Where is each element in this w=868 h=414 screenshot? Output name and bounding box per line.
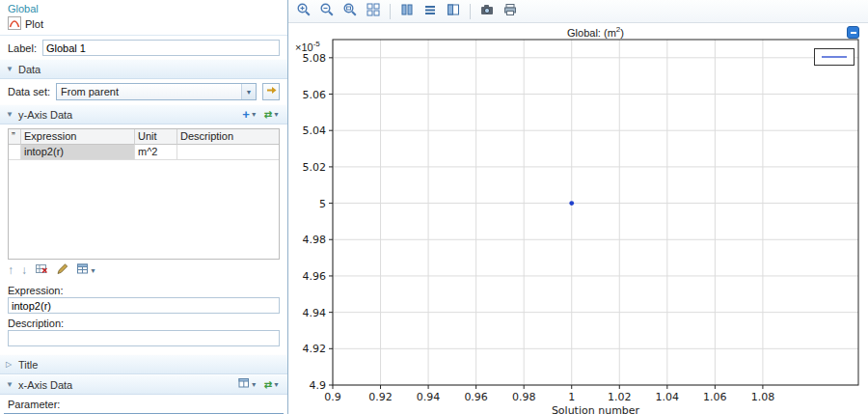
dropdown-arrow-icon: ▼ <box>90 267 96 274</box>
svg-text:0.94: 0.94 <box>417 391 441 403</box>
table-cell-marker[interactable] <box>9 145 21 160</box>
section-xaxis-header[interactable]: ▼ x-Axis Data ▼ ⇄ ▼ <box>0 374 287 395</box>
plot-button[interactable]: Plot <box>8 15 43 34</box>
description-caption: Description: <box>0 314 287 330</box>
collapse-triangle-icon: ▼ <box>6 380 14 389</box>
dataset-value: From parent <box>57 85 241 98</box>
graphics-toolbar <box>288 0 868 23</box>
dataset-source-button[interactable] <box>262 83 280 100</box>
settings-panel: Global Plot Label: ▼ Data Data set: From… <box>0 0 288 414</box>
section-xaxis-title: x-Axis Data <box>18 379 232 391</box>
replace-icon: ⇄ <box>264 110 272 120</box>
svg-text:1: 1 <box>568 391 575 403</box>
zoom-box-button[interactable] <box>340 2 360 21</box>
svg-text:Solution number: Solution number <box>552 404 640 414</box>
section-title-title: Title <box>18 359 282 371</box>
zoom-out-icon <box>319 2 335 20</box>
table-cell-unit[interactable]: m^2 <box>135 145 177 160</box>
label-input[interactable] <box>42 40 280 56</box>
zoom-in-icon <box>296 2 312 20</box>
edit-expression-button[interactable] <box>56 262 68 278</box>
svg-text:0.96: 0.96 <box>464 391 488 403</box>
collapse-triangle-icon: ▼ <box>6 110 14 119</box>
columns-view-icon <box>399 2 415 20</box>
zoom-out-button[interactable] <box>317 2 337 21</box>
plot-button-label: Plot <box>25 18 43 30</box>
split-view-icon <box>446 2 461 20</box>
node-title: Global <box>8 3 280 15</box>
settings-header: Global Plot <box>0 0 287 36</box>
toolbar-separator <box>470 4 471 19</box>
table-icon <box>238 377 250 392</box>
table-toolbar: ↑ ↓ ▼ <box>0 260 287 281</box>
table-cell-description[interactable] <box>177 145 279 160</box>
yaxis-header-buttons: + ▼ ⇄ ▼ <box>240 110 282 120</box>
delete-row-button[interactable] <box>35 262 48 278</box>
image-snapshot-button[interactable] <box>477 2 497 21</box>
replace-icon: ⇄ <box>264 380 272 390</box>
collapse-triangle-icon: ▼ <box>6 65 14 73</box>
svg-text:5.02: 5.02 <box>303 161 327 174</box>
dataset-combobox[interactable]: From parent ▼ <box>56 83 257 100</box>
dataset-caption: Data set: <box>8 86 50 97</box>
graphics-context-button[interactable] <box>847 26 859 39</box>
svg-text:0.92: 0.92 <box>368 391 393 403</box>
add-expression-button[interactable]: + ▼ <box>240 110 259 120</box>
svg-text:1.06: 1.06 <box>703 391 727 403</box>
label-caption: Label: <box>8 42 37 54</box>
move-down-button[interactable]: ↓ <box>21 264 27 276</box>
svg-text:4.9: 4.9 <box>310 379 327 392</box>
table-row[interactable]: intop2(r) m^2 <box>9 145 279 160</box>
dataset-row: Data set: From parent ▼ <box>0 79 287 104</box>
table-menu-button[interactable]: ▼ <box>76 262 96 278</box>
svg-text:4.96: 4.96 <box>303 270 327 283</box>
zoom-in-button[interactable] <box>294 2 313 21</box>
svg-text:1.02: 1.02 <box>608 391 632 403</box>
collapse-triangle-icon: ▷ <box>6 360 14 369</box>
table-icon <box>76 262 89 278</box>
camera-icon <box>479 2 495 20</box>
xaxis-replace-button[interactable]: ⇄ ▼ <box>262 380 282 390</box>
zoom-extents-button[interactable] <box>364 2 383 21</box>
expression-table[interactable]: ” Expression Unit Description intop2(r) … <box>8 128 280 260</box>
printer-icon <box>502 2 518 20</box>
svg-text:1.08: 1.08 <box>751 391 775 403</box>
table-header-marker: ” <box>9 129 21 145</box>
list-view-icon <box>422 2 438 20</box>
section-yaxis-header[interactable]: ▼ y-Axis Data + ▼ ⇄ ▼ <box>0 104 287 124</box>
columns-view-button[interactable] <box>397 2 417 21</box>
list-view-button[interactable] <box>420 2 440 21</box>
section-data-header[interactable]: ▼ Data <box>0 59 287 79</box>
print-button[interactable] <box>501 2 520 21</box>
plus-icon: + <box>242 110 250 120</box>
delete-table-icon <box>35 262 48 278</box>
up-arrow-icon: ↑ <box>8 264 14 276</box>
svg-text:4.98: 4.98 <box>303 234 327 246</box>
xaxis-table-button[interactable]: ▼ <box>236 377 259 392</box>
replace-expression-button[interactable]: ⇄ ▼ <box>262 110 282 120</box>
go-to-source-icon <box>265 84 278 99</box>
section-title-header[interactable]: ▷ Title <box>0 354 287 374</box>
table-cell-expression[interactable]: intop2(r) <box>21 145 135 160</box>
section-data-title: Data <box>18 64 282 75</box>
toolbar-separator <box>390 4 391 19</box>
svg-text:5: 5 <box>319 198 326 210</box>
dropdown-arrow-icon: ▼ <box>251 381 258 388</box>
xaxis-header-buttons: ▼ ⇄ ▼ <box>236 377 282 392</box>
plot-icon <box>8 16 21 32</box>
dropdown-arrow-icon: ▼ <box>273 111 280 118</box>
svg-text:0.9: 0.9 <box>324 391 341 403</box>
description-input[interactable] <box>8 330 280 346</box>
label-row: Label: <box>0 36 287 59</box>
legend-line-sample <box>820 53 849 61</box>
plot-canvas[interactable]: 0.90.920.940.960.9811.021.041.061.084.94… <box>288 23 868 414</box>
dropdown-arrow-icon: ▼ <box>273 381 280 388</box>
expression-input[interactable] <box>8 297 280 314</box>
split-view-button[interactable] <box>444 2 463 21</box>
table-header-unit: Unit <box>135 129 177 145</box>
move-up-button[interactable]: ↑ <box>8 264 14 276</box>
expression-caption: Expression: <box>0 281 287 297</box>
table-header-expression: Expression <box>21 129 135 145</box>
dropdown-arrow-icon: ▼ <box>251 111 258 118</box>
svg-text:5.04: 5.04 <box>303 124 327 137</box>
